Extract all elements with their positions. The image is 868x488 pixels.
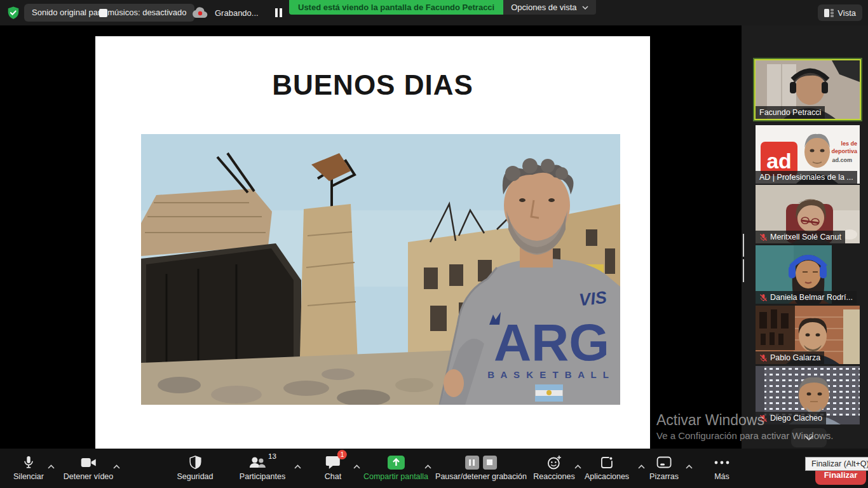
muted-mic-icon [759, 294, 768, 302]
collapse-thumbnails-button[interactable] [791, 428, 827, 447]
vista-label: Vista [837, 8, 856, 18]
slide-title: BUENOS DIAS [95, 69, 650, 101]
view-options-button[interactable]: Opciones de vista [503, 0, 595, 15]
participant-tile-facundo[interactable]: Facundo Petracci [756, 60, 860, 119]
shirt-sponsor-text: VIS [578, 288, 607, 309]
slide-photo-ruins-coach: VIS ARG B A S K E T B A L L [141, 134, 620, 405]
chat-button[interactable]: 1 Chat [325, 454, 341, 481]
chat-options-chevron[interactable] [353, 460, 360, 471]
participants-sidebar: Facundo Petracci ad les de a deportiva a… [742, 25, 868, 449]
apps-button[interactable]: Aplicaciones [585, 454, 629, 481]
stop-video-label: Detener vídeo [64, 472, 114, 481]
recording-cloud-icon [192, 7, 208, 18]
share-screen-button[interactable]: Compartir pantalla [363, 454, 428, 481]
argentina-flag-patch [535, 384, 563, 402]
recording-indicator: Grabando... [192, 4, 291, 22]
original-sound-toggle[interactable]: Sonido original para músicos: desactivad… [24, 4, 194, 22]
share-screen-label: Compartir pantalla [363, 472, 428, 481]
muted-mic-icon [759, 414, 768, 423]
presentation-slide: BUENOS DIAS [95, 36, 650, 449]
whiteboards-options-chevron[interactable] [686, 460, 693, 471]
participant-name: Diego Clacheo [770, 414, 822, 423]
sidebar-resize-handle[interactable] [743, 234, 748, 257]
participants-count: 13 [268, 452, 276, 460]
video-options-chevron[interactable] [113, 460, 120, 471]
participant-name: Daniela Belmar Rodrí... [770, 293, 853, 302]
apps-label: Aplicaciones [585, 472, 629, 481]
stop-recording-icon[interactable] [483, 456, 497, 470]
reactions-smiley-icon [546, 454, 562, 471]
viewing-screen-banner: Usted está viendo la pantalla de Facundo… [289, 0, 503, 15]
stop-video-button[interactable]: Detener vídeo [64, 454, 114, 481]
muted-mic-icon [759, 354, 768, 362]
reactions-options-chevron[interactable] [574, 460, 581, 471]
pause-stop-recording-button[interactable]: Pausar/detener grabación [435, 454, 527, 481]
ad-overlay-line3: ad.com [832, 157, 852, 163]
view-options-label: Opciones de vista [511, 0, 576, 15]
shirt-sub-text: B A S K E T B A L L [487, 369, 611, 380]
reactions-label: Reacciones [533, 472, 574, 481]
participant-name-label: AD | Profesionales de la ... [756, 171, 857, 184]
mute-options-chevron[interactable] [48, 460, 55, 471]
chat-icon: 1 [325, 454, 341, 471]
participant-name-label: Meritxell Solé Canut [756, 231, 845, 243]
microphone-icon [22, 454, 36, 471]
security-shield-icon [6, 6, 20, 20]
participant-name-label: Daniela Belmar Rodrí... [756, 291, 857, 304]
participant-name: Facundo Petracci [759, 108, 821, 117]
mute-button[interactable]: Silenciar [13, 454, 44, 481]
participant-tile-pablo[interactable]: Pablo Galarza [756, 306, 860, 364]
stop-recording-icon[interactable] [99, 9, 107, 17]
participant-tile-daniela[interactable]: Daniela Belmar Rodrí... [756, 245, 860, 304]
whiteboards-button[interactable]: Pizarras [649, 454, 679, 481]
participant-tile-meritxell[interactable]: Meritxell Solé Canut [756, 185, 860, 243]
pause-recording-icon[interactable] [275, 8, 282, 17]
more-dots-icon [714, 454, 729, 471]
participant-name: AD | Profesionales de la ... [759, 173, 853, 182]
chat-label: Chat [325, 472, 341, 481]
mute-label: Silenciar [13, 472, 44, 481]
layout-grid-icon [824, 9, 834, 17]
chat-unread-badge: 1 [337, 450, 347, 459]
share-screen-icon [387, 454, 404, 471]
participant-tile-diego[interactable]: Diego Clacheo [756, 366, 860, 424]
shared-screen-area: BUENOS DIAS [0, 25, 742, 449]
participant-name-label: Pablo Galarza [756, 351, 824, 364]
participant-name-label: Diego Clacheo [756, 412, 826, 424]
view-layout-button[interactable]: Vista [818, 4, 862, 21]
ad-overlay-line2: a deportiva [827, 148, 858, 154]
shield-icon [189, 454, 201, 471]
reactions-button[interactable]: Reacciones [533, 454, 574, 481]
more-label: Más [714, 472, 729, 481]
ad-overlay-line1: les de [841, 140, 857, 147]
muted-mic-icon [759, 233, 768, 241]
whiteboards-label: Pizarras [649, 472, 679, 481]
participants-label: Participantes [240, 472, 285, 481]
participant-name: Pablo Galarza [770, 353, 820, 362]
participants-options-chevron[interactable] [294, 460, 301, 471]
screen-share-banner: Usted está viendo la pantalla de Facundo… [289, 0, 596, 15]
whiteboard-icon [656, 454, 672, 471]
video-camera-icon [81, 454, 97, 471]
participant-tile-ad[interactable]: ad les de a deportiva ad.com AD | Profes… [756, 125, 860, 184]
chevron-down-icon [582, 6, 588, 10]
recording-label: Grabando... [215, 8, 259, 18]
participants-icon: 13 [248, 454, 276, 471]
apps-options-chevron[interactable] [638, 460, 645, 471]
security-label: Seguridad [177, 472, 214, 481]
end-meeting-tooltip: Finalizar (Alt+Q) [805, 457, 868, 471]
meeting-topbar: Sonido original para músicos: desactivad… [0, 0, 868, 25]
shirt-team-text: ARG [494, 313, 609, 371]
chevron-down-icon [804, 435, 813, 441]
apps-icon [600, 454, 614, 471]
pause-recording-icon[interactable] [465, 456, 479, 470]
ad-logo-text: ad [766, 149, 792, 173]
recording-controls-label: Pausar/detener grabación [435, 472, 527, 481]
participants-button[interactable]: 13 Participantes [240, 454, 285, 481]
security-button[interactable]: Seguridad [177, 454, 214, 481]
participant-name: Meritxell Solé Canut [770, 233, 841, 241]
meeting-toolbar: Silenciar Detener vídeo Seguridad 13 Par… [0, 449, 868, 488]
more-button[interactable]: Más [714, 454, 729, 481]
participant-name-label: Facundo Petracci [756, 106, 825, 119]
share-options-chevron[interactable] [424, 460, 431, 471]
